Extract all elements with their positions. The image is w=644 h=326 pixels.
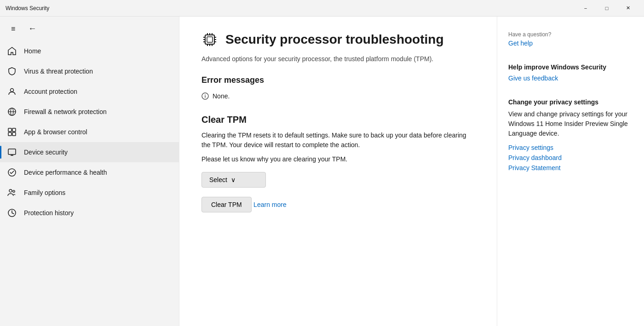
sidebar-item-app-browser[interactable]: App & browser control <box>0 122 179 142</box>
error-messages-section: Error messages None. <box>201 75 478 100</box>
app-browser-label: App & browser control <box>24 128 87 136</box>
account-label: Account protection <box>24 88 77 95</box>
family-label: Family options <box>24 189 65 196</box>
history-icon <box>7 208 17 217</box>
processor-icon <box>201 31 218 48</box>
privacy-desc: View and change privacy settings for you… <box>508 109 633 138</box>
page-subtitle: Advanced options for your security proce… <box>201 55 468 63</box>
svg-rect-5 <box>12 128 16 132</box>
clear-tpm-title: Clear TPM <box>201 114 478 125</box>
select-chevron-icon: ∨ <box>231 176 236 183</box>
health-icon <box>7 168 17 177</box>
info-icon <box>201 92 209 100</box>
error-messages-row: None. <box>201 92 478 100</box>
svg-rect-4 <box>8 128 12 132</box>
svg-rect-15 <box>205 35 214 44</box>
sidebar-item-family[interactable]: Family options <box>0 183 179 203</box>
main-content: Security processor troubleshooting Advan… <box>179 17 497 326</box>
page-title: Security processor troubleshooting <box>225 32 444 47</box>
app-icon <box>7 127 17 137</box>
sidebar-item-account[interactable]: Account protection <box>0 81 179 102</box>
learn-more-link[interactable]: Learn more <box>253 201 287 208</box>
get-help-link[interactable]: Get help <box>508 40 633 47</box>
nav-menu: Home Virus & threat protection <box>0 41 179 326</box>
privacy-section: Change your privacy settings View and ch… <box>508 98 633 172</box>
history-label: Protection history <box>24 209 74 217</box>
clear-tpm-desc: Clearing the TPM resets it to default se… <box>201 131 468 150</box>
page-header: Security processor troubleshooting <box>201 31 478 48</box>
shield-icon <box>7 67 17 76</box>
svg-rect-7 <box>12 132 16 136</box>
privacy-dashboard-link[interactable]: Privacy dashboard <box>508 154 633 161</box>
sidebar: ≡ ← Home <box>0 17 179 326</box>
error-messages-title: Error messages <box>201 75 478 85</box>
firewall-label: Firewall & network protection <box>24 108 107 115</box>
back-button[interactable]: ← <box>26 22 38 35</box>
select-label: Select <box>209 176 227 183</box>
clear-tpm-reason: Please let us know why you are clearing … <box>201 155 478 163</box>
window-controls: − □ ✕ <box>575 0 638 17</box>
app-title: Windows Security <box>6 5 49 11</box>
help-section: Have a question? Get help <box>508 31 633 47</box>
svg-point-31 <box>205 94 206 95</box>
sidebar-item-device-health[interactable]: Device performance & health <box>0 162 179 183</box>
improve-title: Help improve Windows Security <box>508 63 633 71</box>
titlebar: Windows Security − □ ✕ <box>0 0 644 17</box>
home-label: Home <box>24 47 41 55</box>
svg-rect-16 <box>207 37 213 42</box>
device-security-icon <box>7 148 17 157</box>
network-icon <box>7 107 17 116</box>
maximize-button[interactable]: □ <box>596 0 617 17</box>
clear-tpm-button[interactable]: Clear TPM <box>201 197 252 212</box>
app-body: ≡ ← Home <box>0 17 644 326</box>
svg-point-13 <box>13 190 15 192</box>
hamburger-button[interactable]: ≡ <box>7 23 19 35</box>
family-icon <box>7 188 17 197</box>
sidebar-item-firewall[interactable]: Firewall & network protection <box>0 102 179 122</box>
device-security-label: Device security <box>24 149 68 156</box>
select-button[interactable]: Select ∨ <box>201 172 266 188</box>
privacy-title: Change your privacy settings <box>508 98 633 106</box>
give-feedback-link[interactable]: Give us feedback <box>508 74 633 82</box>
feedback-section: Help improve Windows Security Give us fe… <box>508 63 633 82</box>
hamburger-icon: ≡ <box>11 25 15 33</box>
home-icon <box>7 46 17 56</box>
sidebar-item-device-security[interactable]: Device security <box>0 142 179 162</box>
privacy-statement-link[interactable]: Privacy Statement <box>508 164 633 172</box>
minimize-button[interactable]: − <box>575 0 596 17</box>
svg-point-0 <box>11 89 14 92</box>
device-health-label: Device performance & health <box>24 169 107 176</box>
error-messages-value: None. <box>213 92 230 100</box>
close-button[interactable]: ✕ <box>617 0 638 17</box>
sidebar-top: ≡ ← <box>0 17 179 41</box>
svg-rect-8 <box>8 149 16 154</box>
back-icon: ← <box>28 24 36 34</box>
virus-label: Virus & threat protection <box>24 68 93 75</box>
privacy-settings-link[interactable]: Privacy settings <box>508 144 633 151</box>
clear-tpm-section: Clear TPM Clearing the TPM resets it to … <box>201 114 478 163</box>
svg-point-12 <box>9 189 12 192</box>
right-panel: Have a question? Get help Help improve W… <box>497 17 644 326</box>
person-icon <box>7 87 17 96</box>
sidebar-item-home[interactable]: Home <box>0 41 179 61</box>
question-label: Have a question? <box>508 31 633 38</box>
sidebar-item-virus[interactable]: Virus & threat protection <box>0 61 179 81</box>
sidebar-item-history[interactable]: Protection history <box>0 203 179 223</box>
svg-rect-6 <box>8 132 12 136</box>
